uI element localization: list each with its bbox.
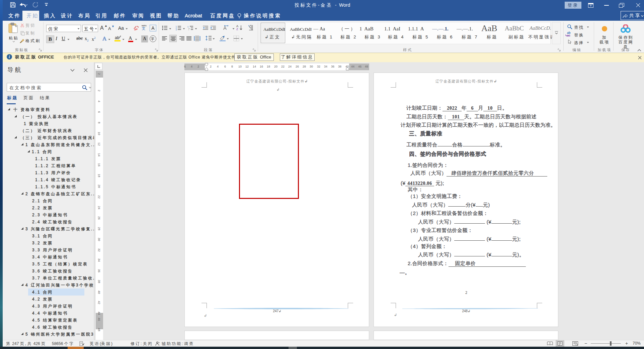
svg-text:i: i [188,29,189,30]
svg-text:A: A [223,25,227,31]
svg-text:3: 3 [176,29,177,30]
